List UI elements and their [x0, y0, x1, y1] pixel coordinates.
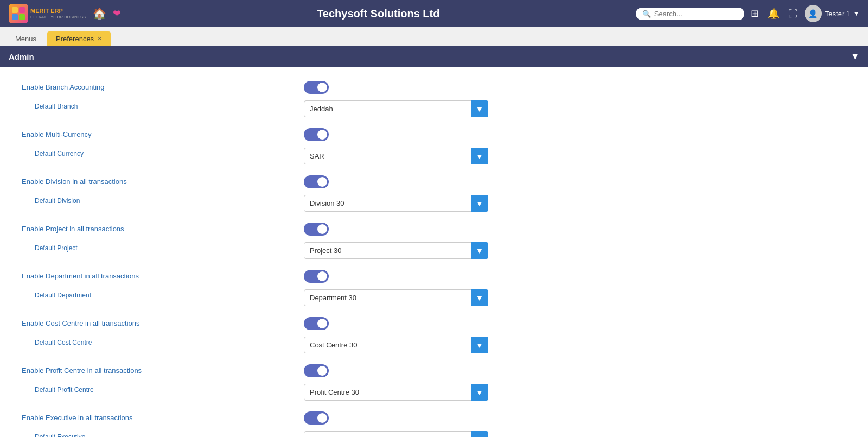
- pref-row-cost-centre: Enable Cost Centre in all transactions: [22, 314, 846, 333]
- label-default-division: Default Division: [22, 195, 293, 205]
- pref-row-department: Enable Department in all transactions: [22, 267, 846, 286]
- select-currency-input[interactable]: SAR USD EUR: [304, 148, 488, 164]
- svg-rect-3: [19, 14, 25, 20]
- select-default-department[interactable]: Department 30 Department 10 Department 2…: [304, 289, 488, 306]
- pref-row-default-branch: Default Branch Jeddah Riyadh Dammam ▼: [22, 97, 846, 121]
- network-icon[interactable]: ⊞: [751, 8, 759, 20]
- label-profit-centre: Enable Profit Centre in all transactions: [22, 364, 293, 375]
- toggle-executive[interactable]: [304, 411, 329, 425]
- select-default-executive[interactable]: VAT Tester Admin Manager ▼: [304, 431, 488, 437]
- tab-menus[interactable]: Menus: [7, 31, 45, 46]
- pref-row-branch-accounting: Enable Branch Accounting: [22, 78, 846, 97]
- pref-row-default-executive: Default Executive VAT Tester Admin Manag…: [22, 428, 846, 437]
- label-default-project: Default Project: [22, 242, 293, 252]
- toggle-multi-currency[interactable]: [304, 128, 329, 141]
- top-navigation: MERIT ERP ELEVATE YOUR BUSINESS 🏠 ❤ Tech…: [0, 0, 868, 27]
- pref-row-default-currency: Default Currency SAR USD EUR ▼: [22, 144, 846, 168]
- logo-text: MERIT ERP ELEVATE YOUR BUSINESS: [30, 8, 86, 20]
- tabs-bar: Menus Preferences ✕: [0, 27, 868, 46]
- user-chevron-icon: ▼: [853, 10, 859, 17]
- label-department: Enable Department in all transactions: [22, 270, 293, 280]
- toggle-division[interactable]: [304, 175, 329, 188]
- svg-rect-1: [19, 7, 25, 13]
- toggle-project[interactable]: [304, 223, 329, 236]
- search-icon: 🔍: [642, 10, 651, 18]
- pref-row-profit-centre: Enable Profit Centre in all transactions: [22, 361, 846, 381]
- label-division: Enable Division in all transactions: [22, 175, 293, 186]
- toggle-branch-accounting[interactable]: [304, 81, 329, 94]
- app-logo: MERIT ERP ELEVATE YOUR BUSINESS: [9, 4, 86, 23]
- select-project-input[interactable]: Project 30 Project 10 Project 20: [304, 242, 488, 259]
- pref-row-project: Enable Project in all transactions: [22, 219, 846, 239]
- avatar: 👤: [805, 5, 822, 22]
- select-department-input[interactable]: Department 30 Department 10 Department 2…: [304, 289, 488, 306]
- select-default-currency[interactable]: SAR USD EUR ▼: [304, 148, 488, 164]
- section-title: Admin: [9, 52, 34, 61]
- pref-row-default-project: Default Project Project 30 Project 10 Pr…: [22, 239, 846, 262]
- pref-row-default-department: Default Department Department 30 Departm…: [22, 286, 846, 309]
- select-default-profit-centre[interactable]: Profit Centre 30 Profit Centre 10 Profit…: [304, 384, 488, 401]
- pref-row-executive: Enable Executive in all transactions: [22, 408, 846, 428]
- select-default-branch[interactable]: Jeddah Riyadh Dammam ▼: [304, 100, 488, 117]
- label-multi-currency: Enable Multi-Currency: [22, 128, 293, 138]
- select-cost-centre-input[interactable]: Cost Centre 30 Cost Centre 10 Cost Centr…: [304, 337, 488, 353]
- search-bar[interactable]: 🔍: [636, 8, 744, 20]
- select-default-division[interactable]: Division 30 Division 10 Division 20 ▼: [304, 195, 488, 212]
- main-content: Enable Branch Accounting Default Branch …: [0, 67, 868, 437]
- pref-row-default-division: Default Division Division 30 Division 10…: [22, 192, 846, 215]
- pref-row-multi-currency: Enable Multi-Currency: [22, 125, 846, 144]
- label-default-branch: Default Branch: [22, 100, 293, 110]
- label-project: Enable Project in all transactions: [22, 223, 293, 233]
- toggle-profit-centre[interactable]: [304, 364, 329, 377]
- svg-rect-2: [12, 14, 18, 20]
- label-default-department: Default Department: [22, 289, 293, 299]
- home-icon[interactable]: 🏠: [93, 7, 106, 20]
- user-name: Tester 1: [825, 10, 850, 18]
- bell-icon[interactable]: 🔔: [768, 8, 780, 20]
- search-input[interactable]: [654, 10, 738, 18]
- svg-rect-0: [12, 7, 18, 13]
- select-default-cost-centre[interactable]: Cost Centre 30 Cost Centre 10 Cost Centr…: [304, 337, 488, 353]
- select-branch-input[interactable]: Jeddah Riyadh Dammam: [304, 100, 488, 117]
- label-cost-centre: Enable Cost Centre in all transactions: [22, 317, 293, 327]
- select-default-project[interactable]: Project 30 Project 10 Project 20 ▼: [304, 242, 488, 259]
- tab-close-icon[interactable]: ✕: [97, 35, 102, 42]
- toggle-department[interactable]: [304, 270, 329, 283]
- label-default-executive: Default Executive: [22, 431, 293, 437]
- app-title: Techysoft Solutions Ltd: [127, 8, 629, 20]
- nav-icons: ⊞ 🔔 ⛶: [751, 8, 798, 20]
- section-chevron-icon[interactable]: ▼: [851, 52, 859, 61]
- section-header: Admin ▼: [0, 46, 868, 67]
- pref-row-division: Enable Division in all transactions: [22, 172, 846, 192]
- select-executive-input[interactable]: VAT Tester Admin Manager: [304, 431, 488, 437]
- pref-row-default-cost-centre: Default Cost Centre Cost Centre 30 Cost …: [22, 333, 846, 357]
- tab-preferences[interactable]: Preferences ✕: [47, 31, 111, 46]
- logo-icon: [9, 4, 28, 23]
- label-branch-accounting: Enable Branch Accounting: [22, 81, 293, 91]
- pref-row-default-profit-centre: Default Profit Centre Profit Centre 30 P…: [22, 381, 846, 404]
- heart-icon[interactable]: ❤: [113, 8, 121, 20]
- toggle-cost-centre[interactable]: [304, 317, 329, 330]
- user-menu[interactable]: 👤 Tester 1 ▼: [805, 5, 859, 22]
- label-default-currency: Default Currency: [22, 148, 293, 157]
- label-default-profit-centre: Default Profit Centre: [22, 384, 293, 394]
- select-division-input[interactable]: Division 30 Division 10 Division 20: [304, 195, 488, 212]
- expand-icon[interactable]: ⛶: [788, 8, 798, 20]
- label-executive: Enable Executive in all transactions: [22, 411, 293, 422]
- label-default-cost-centre: Default Cost Centre: [22, 337, 293, 346]
- select-profit-centre-input[interactable]: Profit Centre 30 Profit Centre 10 Profit…: [304, 384, 488, 401]
